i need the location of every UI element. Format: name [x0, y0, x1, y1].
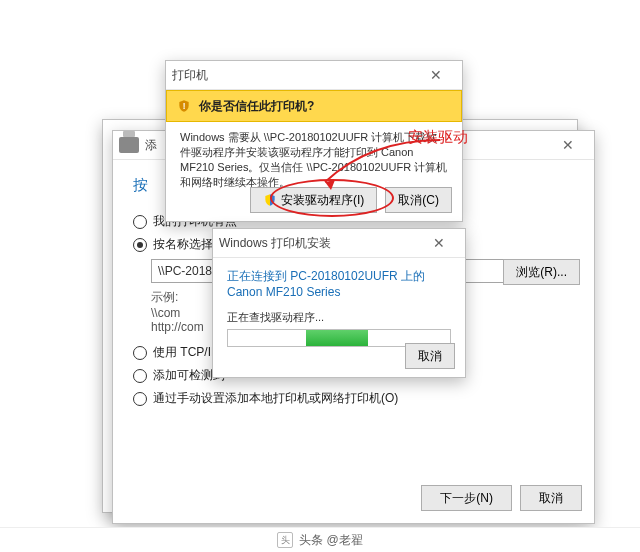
annotation-label: 安装驱动 [408, 128, 468, 147]
cancel-button[interactable]: 取消 [520, 485, 582, 511]
close-icon[interactable]: ✕ [419, 232, 459, 254]
trust-cancel-button[interactable]: 取消(C) [385, 187, 452, 213]
trust-title: 打印机 [172, 67, 208, 84]
radio-icon [133, 346, 147, 360]
progress-dialog: Windows 打印机安装 ✕ 正在连接到 PC-20180102UUFR 上的… [212, 228, 466, 378]
annotation-ellipse [270, 179, 394, 217]
progress-title: Windows 打印机安装 [219, 235, 331, 252]
svg-text:!: ! [183, 102, 186, 111]
trust-titlebar: 打印机 ✕ [166, 61, 462, 90]
connecting-text: 正在连接到 PC-20180102UUFR 上的 Canon MF210 Ser… [227, 268, 451, 300]
radio-icon [133, 392, 147, 406]
trust-banner: ! 你是否信任此打印机? [166, 90, 462, 122]
next-button[interactable]: 下一步(N) [421, 485, 512, 511]
close-icon[interactable]: ✕ [548, 134, 588, 156]
share-name-value: \\PC-2018 [158, 264, 212, 278]
radio-icon [133, 369, 147, 383]
toutiao-logo-icon: 头 [277, 532, 293, 548]
progress-fill [306, 330, 368, 346]
wizard-footer: 下一步(N) 取消 [421, 485, 582, 511]
printer-icon [119, 137, 139, 153]
close-icon[interactable]: ✕ [416, 64, 456, 86]
radio-icon [133, 238, 147, 252]
trust-question: 你是否信任此打印机? [199, 98, 314, 115]
progress-cancel-button[interactable]: 取消 [405, 343, 455, 369]
shield-warning-icon: ! [177, 99, 191, 113]
browse-button[interactable]: 浏览(R)... [503, 259, 580, 285]
wizard-title: 添 [145, 137, 157, 154]
radio-row-manual[interactable]: 通过手动设置添加本地打印机或网络打印机(O) [133, 390, 574, 407]
progress-titlebar: Windows 打印机安装 ✕ [213, 229, 465, 258]
attribution-bar: 头 头条 @老翟 [0, 527, 640, 552]
radio-icon [133, 215, 147, 229]
attribution-text: 头条 @老翟 [299, 532, 363, 549]
finding-text: 正在查找驱动程序... [227, 310, 451, 325]
radio-label: 通过手动设置添加本地打印机或网络打印机(O) [153, 390, 398, 407]
